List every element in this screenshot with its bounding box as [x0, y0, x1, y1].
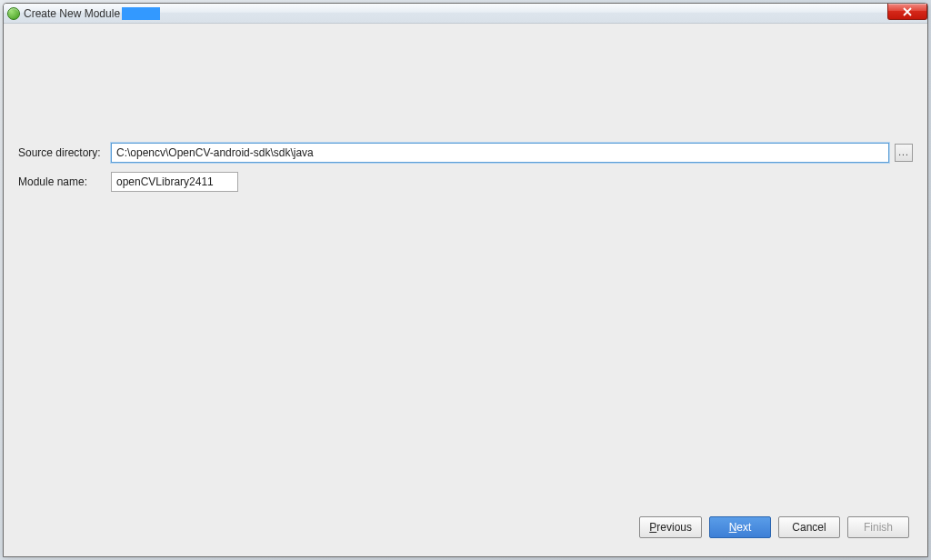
module-name-label: Module name: — [18, 175, 111, 188]
dialog-window: Create New Module Source directory: ... … — [3, 3, 928, 557]
next-button[interactable]: Next — [709, 516, 771, 538]
browse-button[interactable]: ... — [895, 144, 913, 162]
source-directory-row: Source directory: ... — [18, 143, 913, 163]
window-title: Create New Module — [24, 4, 120, 24]
source-directory-input[interactable] — [111, 143, 889, 163]
form-area: Source directory: ... Module name: — [18, 38, 913, 201]
titlebar[interactable]: Create New Module — [4, 4, 927, 24]
close-icon — [903, 7, 912, 16]
cancel-button[interactable]: Cancel — [778, 516, 840, 538]
module-name-row: Module name: — [18, 172, 913, 192]
previous-button[interactable]: Previous — [639, 516, 702, 538]
module-name-input[interactable] — [111, 172, 238, 192]
finish-button: Finish — [847, 516, 909, 538]
button-bar: Previous Next Cancel Finish — [18, 516, 913, 542]
app-icon — [7, 7, 20, 20]
close-button[interactable] — [887, 4, 927, 20]
source-directory-label: Source directory: — [18, 146, 111, 159]
dialog-content: Source directory: ... Module name: Previ… — [4, 24, 927, 556]
title-selection — [122, 7, 160, 20]
